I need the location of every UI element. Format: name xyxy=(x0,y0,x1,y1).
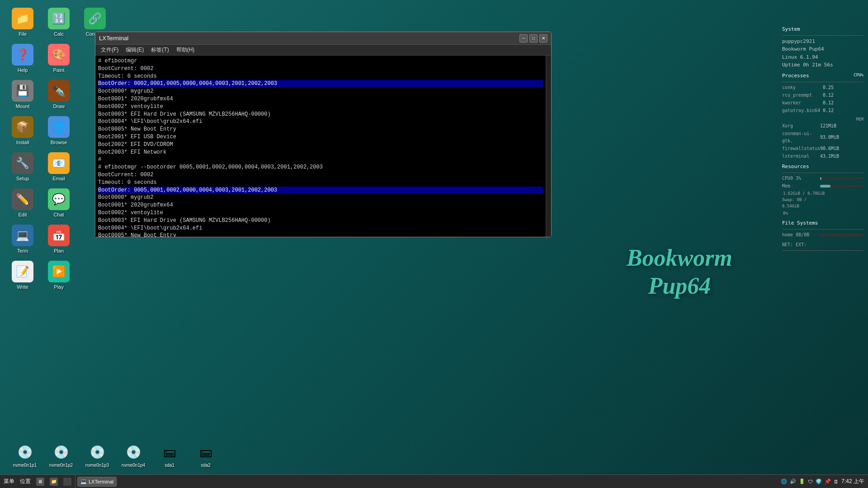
terminal-scrollbar[interactable] xyxy=(546,56,551,237)
terminal-title: LXTerminal xyxy=(99,35,519,42)
taskbar-gear-icon: 🗓 xyxy=(834,479,839,484)
terminal-line: BootCurrent: 0002 xyxy=(98,65,543,73)
conky-swap-row: Swap: 0B / 6.54GiB xyxy=(782,197,863,210)
desktop-icon-calc[interactable]: 🔢 Calc xyxy=(41,5,77,41)
terminal-content[interactable]: # efibootmgrBootCurrent: 0002Timeout: 0 … xyxy=(95,56,546,237)
drive-icon-nvme0n1p3[interactable]: 💿 nvme0n1p3 xyxy=(81,441,113,468)
nvme0n1p3-icon: 💿 xyxy=(86,441,108,463)
edit-label: Edit xyxy=(19,212,27,218)
terminal-line: Boot0005* New Boot Entry xyxy=(98,232,543,237)
taskbar-apps: 💻 LXTerminal xyxy=(75,475,118,488)
taskbar-battery-icon: 🔋 xyxy=(799,479,805,484)
conky-mem-row-item: connman-ui-gtk. 93.0MiB xyxy=(782,130,863,145)
sda2-icon: 🖴 xyxy=(195,441,217,463)
play-icon: ▶️ xyxy=(48,261,70,282)
conky-mem-value: 1.62GiB / 6.70GiB xyxy=(783,190,863,197)
conky-system-title: System xyxy=(782,25,863,33)
drive-icon-nvme0n1p4[interactable]: 💿 nvme0n1p4 xyxy=(118,441,149,468)
desktop-icon-setup[interactable]: 🔧 Setup xyxy=(5,149,41,185)
taskbar-right: 🌐 🔊 🔋 🛡 🌍 📌 🗓 7:42 上午 xyxy=(777,475,868,488)
conky-process-row: gatotray.bin64 0.12 xyxy=(782,107,863,114)
terminal-line: BootOrder: 0002,0001,0005,0000,0004,0003… xyxy=(98,80,543,88)
nvme0n1p1-label: nvme0n1p1 xyxy=(13,463,37,468)
taskbar-icon3[interactable]: ⬛ xyxy=(63,478,71,486)
terminal-controls: ─ □ ✕ xyxy=(519,34,547,42)
drive-icons-container: 💿 nvme0n1p1 💿 nvme0n1p2 💿 nvme0n1p3 💿 nv… xyxy=(0,436,868,472)
desktop-icon-email[interactable]: 📧 Email xyxy=(41,149,77,185)
terminal-line: Boot0000* mygrub2 xyxy=(98,88,543,95)
desktop-icon-install[interactable]: 📦 Install xyxy=(5,113,41,149)
desktop-icon-plan[interactable]: 📅 Plan xyxy=(41,221,77,258)
conky-process-row: conky 0.25 xyxy=(782,84,863,91)
terminal-line: Timeout: 0 seconds xyxy=(98,73,543,80)
taskbar-icon2[interactable]: 📁 xyxy=(50,478,58,486)
conky-mem-header: MEM xyxy=(782,116,863,122)
conky-process-list: conky 0.25 rcu_preempt 0.12 kworker 0.12… xyxy=(782,84,863,114)
taskbar-location-item[interactable]: 位置 xyxy=(20,478,31,485)
brand-line2: Pup64 xyxy=(627,272,732,300)
drive-icon-nvme0n1p1[interactable]: 💿 nvme0n1p1 xyxy=(9,441,41,468)
conky-net: NET: EXT: xyxy=(782,241,863,249)
desktop-icon-browse[interactable]: 🌐 Browse xyxy=(41,113,77,149)
install-icon: 📦 xyxy=(12,116,33,138)
conky-widget: System puppypc2921 Bookworm Pup64 Linux … xyxy=(782,23,863,253)
conky-top-mem-list: Xorg 121MiB connman-ui-gtk. 93.0MiB fire… xyxy=(782,122,863,160)
sda1-icon: 🖴 xyxy=(159,441,180,463)
nvme0n1p1-icon: 💿 xyxy=(14,441,36,463)
setup-icon: 🔧 xyxy=(12,152,33,174)
paint-label: Paint xyxy=(53,67,64,73)
email-label: Email xyxy=(52,176,65,182)
conky-cpu-row: CPU0 3% xyxy=(782,175,863,182)
edit-icon: ✏️ xyxy=(12,188,33,210)
close-button[interactable]: ✕ xyxy=(539,34,547,42)
taskbar-globe-icon: 🌍 xyxy=(816,479,822,484)
drive-icon-sda2[interactable]: 🖴 sda2 xyxy=(190,441,222,468)
desktop-icon-draw[interactable]: ✒️ Draw xyxy=(41,77,77,113)
desktop-icon-chat[interactable]: 💬 Chat xyxy=(41,185,77,221)
taskbar-lxterminal-btn[interactable]: 💻 LXTerminal xyxy=(77,477,117,487)
terminal-menu-编辑(E)[interactable]: 编辑(E) xyxy=(122,45,147,55)
taskbar-shield-icon: 🛡 xyxy=(808,479,813,484)
desktop-icon-play[interactable]: ▶️ Play xyxy=(41,258,77,294)
conky-mem-bar-fill xyxy=(820,185,830,188)
desktop-icon-help[interactable]: ❓ Help xyxy=(5,41,41,77)
terminal-menu-标签(T)[interactable]: 标签(T) xyxy=(147,45,172,55)
terminal-line: Boot0001* 2020grubfmx64 xyxy=(98,202,543,209)
nvme0n1p3-label: nvme0n1p3 xyxy=(85,463,109,468)
minimize-button[interactable]: ─ xyxy=(519,34,528,42)
chat-label: Chat xyxy=(53,212,64,218)
mount-label: Mount xyxy=(16,103,30,109)
drive-icon-nvme0n1p2[interactable]: 💿 nvme0n1p2 xyxy=(45,441,77,468)
conky-resources-title: Resources xyxy=(782,163,863,171)
desktop-icon-mount[interactable]: 💾 Mount xyxy=(5,77,41,113)
play-label: Play xyxy=(54,284,63,290)
taskbar-menu-item[interactable]: 菜单 xyxy=(4,478,14,485)
terminal-line: Timeout: 0 seconds xyxy=(98,179,543,187)
nvme0n1p2-label: nvme0n1p2 xyxy=(49,463,73,468)
conky-fs-title: File Systems xyxy=(782,219,863,227)
terminal-menu-文件(F)[interactable]: 文件(F) xyxy=(97,45,122,55)
taskbar-icon1[interactable]: 🖥 xyxy=(36,478,44,486)
help-label: Help xyxy=(18,67,28,73)
taskbar: 菜单 位置 🖥 📁 ⬛ 💻 LXTerminal 🌐 🔊 🔋 🛡 🌍 📌 🗓 7… xyxy=(0,474,868,488)
desktop-icon-paint[interactable]: 🎨 Paint xyxy=(41,41,77,77)
maximize-button[interactable]: □ xyxy=(529,34,538,42)
desktop-icon-term[interactable]: 💻 Term xyxy=(5,221,41,258)
desktop-icon-file[interactable]: 📁 File xyxy=(5,5,41,41)
taskbar-menu: 菜单 位置 🖥 📁 ⬛ xyxy=(0,475,75,488)
drive-icon-sda1[interactable]: 🖴 sda1 xyxy=(154,441,185,468)
terminal-menu-帮助(H)[interactable]: 帮助(H) xyxy=(173,45,198,55)
terminal-line: Boot0005* New Boot Entry xyxy=(98,126,543,133)
term-icon: 💻 xyxy=(12,225,33,246)
terminal-line: Boot0001* 2020grubfmx64 xyxy=(98,95,543,103)
taskbar-volume-icon[interactable]: 🔊 xyxy=(790,479,796,484)
file-icon: 📁 xyxy=(12,8,33,29)
taskbar-clock: 7:42 上午 xyxy=(841,478,864,485)
desktop-icon-edit[interactable]: ✏️ Edit xyxy=(5,185,41,221)
chat-icon: 💬 xyxy=(48,188,70,210)
terminal-line: Boot0000* mygrub2 xyxy=(98,194,543,202)
term-label: Term xyxy=(17,248,28,254)
write-icon: 📝 xyxy=(12,261,33,282)
desktop-icon-write[interactable]: 📝 Write xyxy=(5,258,41,294)
conky-hostname: puppypc2921 xyxy=(782,38,863,46)
